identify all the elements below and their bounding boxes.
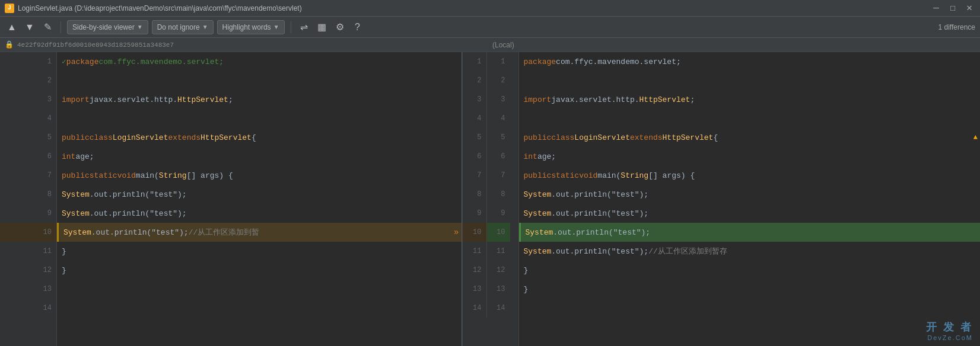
right-line-5: public class LoginServlet extends HttpSe… <box>519 128 981 147</box>
center-right-num-9: 9 <box>486 204 510 223</box>
app-icon: J <box>5 4 14 13</box>
left-line-num-5: 5 <box>0 128 56 147</box>
center-gutter-row-6: 66 <box>463 147 518 166</box>
minimize-button[interactable]: — <box>930 4 942 13</box>
navigate-down-button[interactable]: ▼ <box>23 20 37 34</box>
left-line-num-10: 10 <box>0 223 56 242</box>
center-gutter-row-3: 33 <box>463 90 518 109</box>
center-left-num-3: 3 <box>463 90 486 109</box>
center-right-num-6: 6 <box>486 147 510 166</box>
window-controls: — ☐ ✕ <box>930 4 975 13</box>
left-line-12: } <box>57 261 462 280</box>
center-left-num-13: 13 <box>463 280 486 299</box>
navigate-up-button[interactable]: ▲ <box>5 20 19 34</box>
center-right-num-4: 4 <box>486 109 510 128</box>
center-gutter-row-8: 88 <box>463 185 518 204</box>
hash-text: 4e22f92df91bf6d0010e8943d18259851a3483e7 <box>17 41 174 49</box>
left-line-9: System.out.println("test"); <box>57 204 462 223</box>
right-line-6: int age; <box>519 147 981 166</box>
ignore-dropdown[interactable]: Do not ignore ▼ <box>152 20 214 34</box>
lock-icon: 🔒 <box>5 40 14 49</box>
split-button[interactable]: ⇌ <box>297 20 311 34</box>
center-right-num-3: 3 <box>486 90 510 109</box>
viewer-chevron: ▼ <box>137 24 143 30</box>
right-line-9: System.out.println("test"); <box>519 204 981 223</box>
left-line-num-8: 8 <box>0 185 56 204</box>
left-code-area[interactable]: ✓ package com.ffyc.mavendemo.servlet; im… <box>57 52 462 346</box>
edit-button[interactable]: ✎ <box>40 20 55 34</box>
right-line-12: } <box>519 261 981 280</box>
separator-1 <box>61 21 61 33</box>
right-line-1: package com.ffyc.mavendemo.servlet; <box>519 52 981 71</box>
left-line-num-11: 11 <box>0 242 56 261</box>
right-pane: package com.ffyc.mavendemo.servlet; impo… <box>519 52 981 346</box>
center-left-num-1: 1 <box>463 52 486 71</box>
right-code-area[interactable]: package com.ffyc.mavendemo.servlet; impo… <box>519 52 981 346</box>
ignore-chevron: ▼ <box>202 24 208 30</box>
left-line-3: import javax.servlet.http.HttpServlet; <box>57 90 462 109</box>
right-line-8: System.out.println("test"); <box>519 185 981 204</box>
close-button[interactable]: ✕ <box>963 4 975 13</box>
center-right-num-7: 7 <box>486 166 510 185</box>
center-left-num-14: 14 <box>463 299 486 318</box>
center-right-num-8: 8 <box>486 185 510 204</box>
center-gutter-row-1: 11 <box>463 52 518 71</box>
center-left-num-6: 6 <box>463 147 486 166</box>
center-gutter-row-11: 1111 <box>463 242 518 261</box>
highlight-label: Highlight words <box>222 23 271 31</box>
viewer-dropdown[interactable]: Side-by-side viewer ▼ <box>67 20 148 34</box>
watermark-line2: DevZe.CoM <box>926 334 973 341</box>
left-line-num-9: 9 <box>0 204 56 223</box>
center-left-num-2: 2 <box>463 71 486 90</box>
right-line-13: } <box>519 280 981 299</box>
center-right-num-14: 14 <box>486 299 510 318</box>
center-right-num-11: 11 <box>486 242 510 261</box>
left-line-8: System.out.println("test"); <box>57 185 462 204</box>
left-line-2 <box>57 71 462 90</box>
center-right-num-5: 5 <box>486 128 510 147</box>
left-line-14 <box>57 299 462 318</box>
center-gutter-row-9: 99 <box>463 204 518 223</box>
center-gutter-row-10: 1010 <box>463 223 518 242</box>
maximize-button[interactable]: ☐ <box>947 4 959 13</box>
title-bar-text: LoginServlet.java (D:\ideaproject\mavenD… <box>18 4 302 12</box>
center-gutter-row-5: 55 <box>463 128 518 147</box>
left-line-5: public class LoginServlet extends HttpSe… <box>57 128 462 147</box>
warning-triangle-icon: ▲ <box>973 133 978 142</box>
center-left-num-10: 10 <box>463 223 486 242</box>
highlight-dropdown[interactable]: Highlight words ▼ <box>217 20 285 34</box>
center-gutter-row-12: 1212 <box>463 261 518 280</box>
center-gutter-row-13: 1313 <box>463 280 518 299</box>
left-line-num-1: 1 <box>0 52 56 71</box>
center-right-num-10: 10 <box>486 223 510 242</box>
center-left-num-4: 4 <box>463 109 486 128</box>
center-right-num-12: 12 <box>486 261 510 280</box>
left-line-11: } <box>57 242 462 261</box>
center-gutter-row-7: 77 <box>463 166 518 185</box>
left-line-num-3: 3 <box>0 90 56 109</box>
center-left-num-11: 11 <box>463 242 486 261</box>
viewer-label: Side-by-side viewer <box>72 23 135 31</box>
settings-button[interactable]: ⚙ <box>333 20 347 34</box>
left-line-num-7: 7 <box>0 166 56 185</box>
center-left-num-5: 5 <box>463 128 486 147</box>
center-left-num-7: 7 <box>463 166 486 185</box>
center-left-num-12: 12 <box>463 261 486 280</box>
grid-button[interactable]: ▦ <box>315 20 329 34</box>
left-line-4 <box>57 109 462 128</box>
center-left-num-9: 9 <box>463 204 486 223</box>
center-right-num-2: 2 <box>486 71 510 90</box>
right-line-2 <box>519 71 981 90</box>
center-right-num-13: 13 <box>486 280 510 299</box>
highlight-chevron: ▼ <box>273 24 279 30</box>
center-gutter-row-4: 44 <box>463 109 518 128</box>
left-line-13 <box>57 280 462 299</box>
watermark: 开 发 者 DevZe.CoM <box>926 320 973 341</box>
left-line-6: int age; <box>57 147 462 166</box>
toolbar: ▲ ▼ ✎ Side-by-side viewer ▼ Do not ignor… <box>0 17 980 38</box>
left-line-num-12: 12 <box>0 261 56 280</box>
center-gutter-row-14: 1414 <box>463 299 518 318</box>
local-label: (Local) <box>492 41 514 49</box>
help-button[interactable]: ? <box>351 20 365 34</box>
center-right-num-1: 1 <box>486 52 510 71</box>
